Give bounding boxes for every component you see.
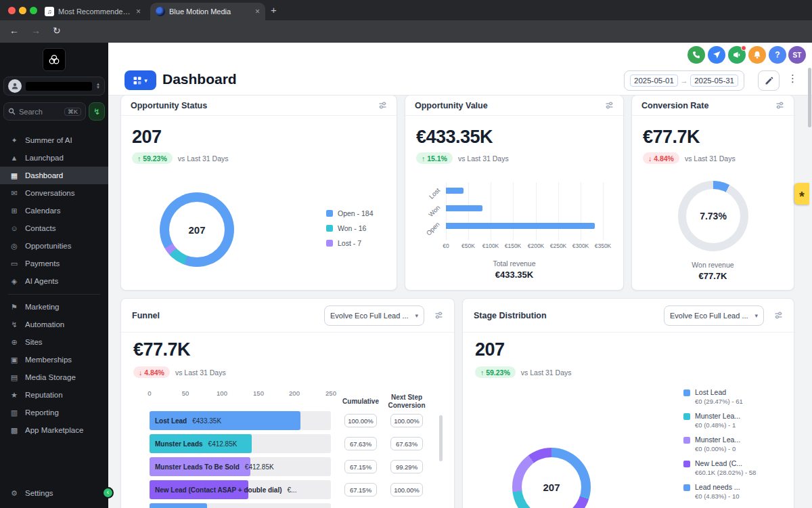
sidebar-item-launchpad[interactable]: ▲Launchpad bbox=[0, 149, 108, 167]
user-avatar[interactable]: ST bbox=[788, 46, 806, 64]
phone-dialer-button[interactable] bbox=[687, 46, 705, 64]
status-total-value: 207 bbox=[132, 127, 162, 148]
more-options-icon[interactable]: ⋮ bbox=[788, 72, 798, 85]
funnel-bar[interactable]: Munster Leads To Be Sold €412.85K bbox=[150, 457, 250, 476]
pencil-icon bbox=[765, 77, 773, 85]
conversion-gauge-chart[interactable]: 7.73% bbox=[678, 181, 748, 251]
announcements-button[interactable] bbox=[728, 46, 746, 64]
sidebar-item-settings[interactable]: ⚙Settings bbox=[0, 484, 108, 502]
card-header: Opportunity Status bbox=[121, 96, 397, 116]
sidebar-item-media-storage[interactable]: ▤Media Storage bbox=[0, 368, 108, 386]
browser-tab-active[interactable]: Blue Motion Media × bbox=[150, 3, 265, 20]
sidebar-item-sites[interactable]: ⊕Sites bbox=[0, 333, 108, 351]
chart-settings-icon[interactable] bbox=[378, 101, 387, 110]
cumulative-value: 67.15% bbox=[344, 460, 377, 473]
sidebar-item-automation[interactable]: ↯Automation bbox=[0, 316, 108, 333]
back-button[interactable]: ← bbox=[9, 25, 19, 36]
account-avatar bbox=[8, 79, 22, 93]
sidebar-item-app-marketplace[interactable]: ▩App Marketplace bbox=[0, 421, 108, 439]
help-button[interactable]: ? bbox=[769, 46, 786, 64]
tab2-close-icon[interactable]: × bbox=[255, 7, 260, 16]
funnel-bar[interactable]: Lost Lead €433.35K bbox=[150, 411, 300, 430]
tab1-close-icon[interactable]: × bbox=[136, 7, 141, 16]
window-minimize-button[interactable] bbox=[19, 7, 26, 14]
bar-open[interactable] bbox=[446, 223, 595, 229]
funnel-pipeline-dropdown[interactable]: Evolve Eco Full Lead ... ▾ bbox=[324, 305, 424, 326]
date-end-input[interactable]: 2025-05-31 bbox=[690, 75, 738, 87]
status-donut-chart[interactable]: 207 bbox=[160, 192, 234, 267]
sidebar-item-label: Reputation bbox=[25, 391, 63, 399]
date-range-picker[interactable]: 2025-05-01 → 2025-05-31 bbox=[624, 70, 744, 91]
sidebar-item-marketing[interactable]: ⚑Marketing bbox=[0, 298, 108, 316]
funnel-stage-label: Munster Leads To Be Sold bbox=[155, 463, 240, 471]
legend-item: Munster Lea...€0 (0.48%) - 1 bbox=[683, 412, 756, 429]
legend-name: Munster Lea... bbox=[695, 412, 740, 420]
search-placeholder: Search bbox=[19, 108, 61, 116]
sidebar-item-conversations[interactable]: ✉Conversations bbox=[0, 184, 108, 202]
dropdown-value: Evolve Eco Full Lead ... bbox=[330, 312, 412, 320]
stage-pipeline-dropdown[interactable]: Evolve Eco Full Lead ... ▾ bbox=[664, 305, 764, 326]
x-tick: €100K bbox=[482, 242, 499, 249]
sidebar-item-ai-agents[interactable]: ◈AI Agents bbox=[0, 272, 108, 290]
page-scrollbar[interactable] bbox=[808, 68, 811, 127]
bar-lost[interactable] bbox=[446, 188, 464, 194]
funnel-bar[interactable]: Munster Leads €412.85K bbox=[150, 434, 252, 453]
legend-item: Open - 184 bbox=[326, 209, 374, 217]
sidebar-item-opportunities[interactable]: ◎Opportunities bbox=[0, 237, 108, 255]
dashboard-switcher-button[interactable]: ▾ bbox=[125, 70, 156, 90]
reload-button[interactable]: ↻ bbox=[53, 25, 61, 36]
account-switcher[interactable]: ▲▼ bbox=[3, 77, 105, 96]
sidebar-item-reputation[interactable]: ★Reputation bbox=[0, 386, 108, 404]
chart-settings-icon[interactable] bbox=[434, 311, 443, 320]
bar-won[interactable] bbox=[446, 205, 482, 211]
opportunity-status-card: Opportunity Status 207 ↑ 59.23% vs Last … bbox=[120, 95, 397, 291]
sidebar-item-payments[interactable]: ▭Payments bbox=[0, 255, 108, 272]
funnel-bar[interactable]: New Lead (Contact ASAP + double dial) €.… bbox=[150, 480, 248, 499]
funnel-stage-label: Lost Lead bbox=[155, 417, 187, 425]
new-tab-button[interactable]: + bbox=[271, 4, 277, 16]
conversion-rate-card: Conversion Rate €77.7K ↓ 4.84% vs Last 3… bbox=[631, 95, 794, 291]
sidebar-item-contacts[interactable]: ☺Contacts bbox=[0, 219, 108, 237]
sidebar-item-calendars[interactable]: ⊞Calendars bbox=[0, 202, 108, 219]
x-tick: €200K bbox=[528, 242, 545, 249]
legend-swatch bbox=[683, 484, 690, 491]
sidebar-item-memberships[interactable]: ▣Memberships bbox=[0, 351, 108, 368]
date-start-input[interactable]: 2025-05-01 bbox=[630, 75, 678, 87]
sidebar-item-dashboard[interactable]: ▦Dashboard bbox=[0, 167, 108, 184]
send-button[interactable] bbox=[708, 46, 725, 64]
browser-tab-inactive[interactable]: ♫ Most Recommended Sound | × bbox=[39, 3, 146, 20]
stage-donut-chart[interactable]: 207 bbox=[512, 448, 591, 508]
chart-settings-icon[interactable] bbox=[775, 101, 784, 110]
funnel-stage-amount: €412.85K bbox=[208, 440, 238, 448]
chart-settings-icon[interactable] bbox=[774, 311, 783, 320]
funnel-scrollbar[interactable] bbox=[439, 415, 443, 461]
sidebar-item-summer-of-ai[interactable]: ✦Summer of AI bbox=[0, 131, 108, 149]
chart-settings-icon[interactable] bbox=[605, 101, 614, 110]
browser-toolbar: ← → ↻ app.gohighlevel.com/v2/location/Jo… bbox=[0, 20, 812, 43]
total-revenue-value: €433.35K bbox=[405, 270, 623, 280]
floating-widget-button[interactable]: * bbox=[794, 183, 809, 205]
x-tick: 100 bbox=[217, 389, 227, 397]
quick-action-button[interactable]: ↯ bbox=[89, 102, 105, 121]
x-tick: 250 bbox=[325, 389, 336, 397]
window-close-button[interactable] bbox=[8, 7, 16, 14]
forward-button[interactable]: → bbox=[31, 25, 41, 36]
person-icon bbox=[11, 82, 19, 90]
dropdown-value: Evolve Eco Full Lead ... bbox=[670, 312, 752, 320]
notifications-button[interactable] bbox=[748, 46, 766, 64]
legend-swatch-won bbox=[326, 225, 333, 232]
edit-dashboard-button[interactable] bbox=[758, 70, 780, 91]
sidebar-item-reporting[interactable]: ▥Reporting bbox=[0, 404, 108, 421]
delta-row: ↓ 4.84% vs Last 31 Days bbox=[133, 366, 226, 378]
delta-row: ↑ 59.23% vs Last 31 Days bbox=[475, 366, 571, 378]
y-axis-label: Won bbox=[427, 204, 441, 218]
status-legend: Open - 184 Won - 16 Lost - 7 bbox=[326, 209, 374, 247]
avatar-initials: ST bbox=[793, 51, 802, 59]
funnel-bar[interactable] bbox=[150, 503, 207, 508]
sidebar-collapse-button[interactable]: ‹ bbox=[102, 487, 114, 499]
total-revenue-label: Total revenue bbox=[405, 259, 623, 268]
search-input[interactable]: Search ⌘K bbox=[3, 102, 86, 121]
gridline bbox=[581, 182, 581, 240]
window-zoom-button[interactable] bbox=[30, 7, 37, 14]
delta-badge: ↑ 59.23% bbox=[475, 366, 516, 378]
